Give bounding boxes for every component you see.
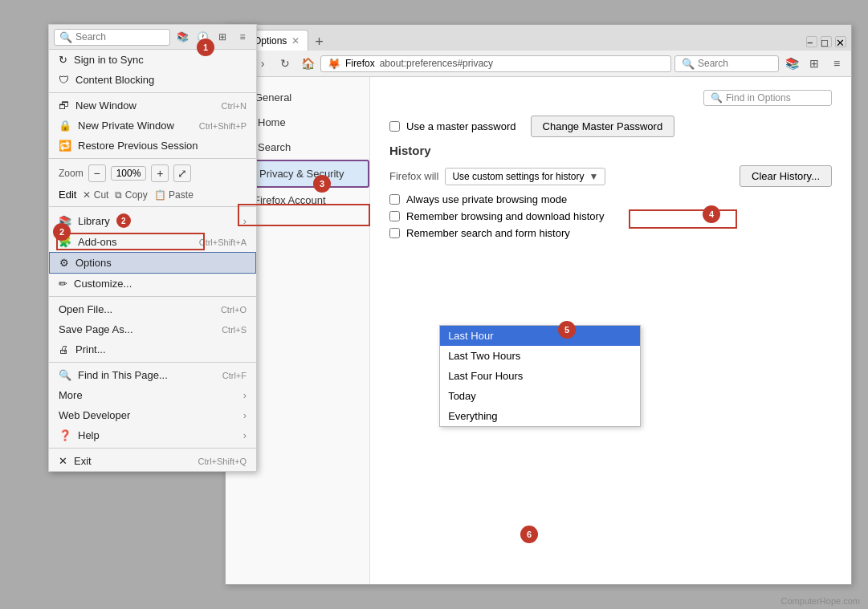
help-arrow: › <box>243 429 247 441</box>
customize-label: Customize... <box>74 278 132 290</box>
private-window-shortcut: Ctrl+Shift+P <box>199 121 247 131</box>
sidebar-item-exit[interactable]: ✕ Exit Ctrl+Shift+Q <box>49 451 256 471</box>
sidebar-item-save-page[interactable]: Save Page As... Ctrl+S <box>49 319 256 339</box>
remember-search-checkbox[interactable] <box>389 228 400 238</box>
browser-tabs: ⚙ Options ✕ + − □ ✕ <box>226 25 851 51</box>
history-dropdown[interactable]: Use custom settings for history ▼ <box>445 168 605 185</box>
synced-tabs-toolbar-icon[interactable]: ⊞ <box>805 54 824 73</box>
options-label: Options <box>75 257 112 269</box>
bookmarks-icon[interactable]: 📚 <box>173 28 191 46</box>
logins-label: Use a master password <box>406 120 516 132</box>
remember-search-label: Remember search and form history <box>406 227 570 239</box>
web-dev-arrow: › <box>243 409 247 421</box>
dropdown-arrow-icon: ▼ <box>589 171 598 182</box>
private-icon: 🔒 <box>59 120 71 132</box>
exit-label: Exit <box>74 455 92 467</box>
sidebar-item-open-file[interactable]: Open File... Ctrl+O <box>49 299 256 319</box>
sidebar-item-private-window[interactable]: 🔒 New Private Window Ctrl+Shift+P <box>49 116 256 136</box>
sidebar-item-library[interactable]: 📚 Library 2 › <box>49 209 256 232</box>
library-arrow: › <box>243 215 247 227</box>
home-button[interactable]: 🏠 <box>298 54 317 73</box>
options-icon: ⚙ <box>59 257 69 269</box>
master-password-checkbox[interactable] <box>389 121 400 132</box>
sidebar-item-web-developer[interactable]: Web Developer › <box>49 405 256 425</box>
close-window-button[interactable]: ✕ <box>835 36 846 47</box>
content-blocking-label: Content Blocking <box>75 74 154 86</box>
shield-icon: 🛡 <box>59 74 69 86</box>
separator-3 <box>49 206 256 207</box>
dropdown-today[interactable]: Today <box>440 386 640 406</box>
logins-row: Use a master password Change Master Pass… <box>389 116 832 137</box>
zoom-row: Zoom − 100% + ⤢ <box>49 161 256 185</box>
zoom-minus-button[interactable]: − <box>88 164 106 182</box>
zoom-plus-button[interactable]: + <box>151 164 169 182</box>
dropdown-last-two-hours[interactable]: Last Two Hours <box>440 346 640 366</box>
find-icon: 🔍 <box>59 369 71 381</box>
time-range-dropdown: Last Hour Last Two Hours Last Four Hours… <box>439 325 641 427</box>
library-label: Library <box>78 215 110 227</box>
minimize-button[interactable]: − <box>806 36 817 47</box>
sidebar-item-customize[interactable]: ✏ Customize... <box>49 274 256 294</box>
remember-browsing-checkbox[interactable] <box>389 211 400 221</box>
history-section: History Firefox will Use custom settings… <box>389 144 832 239</box>
copy-button[interactable]: ⧉ Copy <box>115 189 147 201</box>
more-arrow: › <box>243 389 247 401</box>
step-4-badge: 4 <box>703 205 720 223</box>
always-private-checkbox[interactable] <box>389 194 400 205</box>
new-tab-button[interactable]: + <box>310 34 328 51</box>
zoom-fullscreen-button[interactable]: ⤢ <box>173 164 191 182</box>
find-in-options-row: 🔍 Find in Options <box>389 90 832 106</box>
sidebar-item-help[interactable]: ❓ Help › <box>49 425 256 445</box>
dropdown-everything[interactable]: Everything <box>440 406 640 426</box>
print-label: Print... <box>75 343 106 355</box>
menu-search-input[interactable] <box>75 31 165 43</box>
dropdown-last-hour[interactable]: Last Hour <box>440 326 640 346</box>
address-bar[interactable]: 🦊 Firefox about:preferences#privacy <box>320 55 671 72</box>
print-icon: 🖨 <box>59 343 69 355</box>
history-title: History <box>389 144 832 157</box>
sidebar-item-sign-in[interactable]: ↻ Sign in to Sync <box>49 50 256 70</box>
sidebar-item-restore-session[interactable]: 🔁 Restore Previous Session <box>49 136 256 156</box>
separator-5 <box>49 362 256 363</box>
new-window-label: New Window <box>75 99 137 112</box>
hamburger-icon[interactable]: ≡ <box>234 28 251 46</box>
synced-tabs-icon[interactable]: ⊞ <box>214 28 231 46</box>
sidebar-item-addons[interactable]: 🧩 Add-ons Ctrl+Shift+A <box>49 232 256 252</box>
url-text: about:preferences#privacy <box>380 58 493 69</box>
home-label: Home <box>258 116 286 128</box>
clear-history-button[interactable]: Clear History... <box>740 165 832 187</box>
browser-window: ⚙ Options ✕ + − □ ✕ ‹ › ↻ 🏠 🦊 Firefox ab… <box>225 24 852 585</box>
web-dev-label: Web Developer <box>59 409 130 421</box>
sidebar-item-print[interactable]: 🖨 Print... <box>49 339 256 359</box>
sidebar-item-new-window[interactable]: 🗗 New Window Ctrl+N <box>49 95 256 116</box>
sidebar-item-content-blocking[interactable]: 🛡 Content Blocking <box>49 70 256 90</box>
sidebar-item-options[interactable]: ⚙ Options <box>49 252 256 274</box>
reload-button[interactable]: ↻ <box>275 54 295 73</box>
dropdown-last-four-hours[interactable]: Last Four Hours <box>440 366 640 386</box>
help-icon: ❓ <box>59 429 71 441</box>
save-page-shortcut: Ctrl+S <box>222 325 247 335</box>
browser-search-input[interactable] <box>698 58 772 69</box>
browser-search-box[interactable]: 🔍 <box>674 55 779 72</box>
menu-search-box[interactable]: 🔍 <box>54 29 170 46</box>
restore-icon: 🔁 <box>59 140 71 152</box>
paste-button[interactable]: 📋 Paste <box>154 189 194 201</box>
bookmarks-toolbar-icon[interactable]: 📚 <box>782 54 801 73</box>
maximize-button[interactable]: □ <box>821 36 832 47</box>
cut-button[interactable]: ✕ Cut <box>83 189 108 201</box>
step-3-badge: 3 <box>313 175 331 193</box>
help-label: Help <box>78 429 100 441</box>
zoom-value: 100% <box>111 166 147 181</box>
tab-close-button[interactable]: ✕ <box>291 35 300 47</box>
sidebar-item-more[interactable]: More › <box>49 385 256 405</box>
change-master-password-button[interactable]: Change Master Password <box>531 116 675 137</box>
search-label: Search <box>258 141 291 153</box>
separator-4 <box>49 296 256 297</box>
browser-search-icon: 🔍 <box>682 58 695 70</box>
privacy-label: Privacy & Security <box>259 168 344 180</box>
find-in-options-input[interactable]: 🔍 Find in Options <box>703 90 832 106</box>
sidebar-item-find[interactable]: 🔍 Find in This Page... Ctrl+F <box>49 365 256 385</box>
menu-toolbar-icon[interactable]: ≡ <box>827 54 846 73</box>
find-shortcut: Ctrl+F <box>222 371 247 380</box>
search-icon: 🔍 <box>59 31 72 43</box>
